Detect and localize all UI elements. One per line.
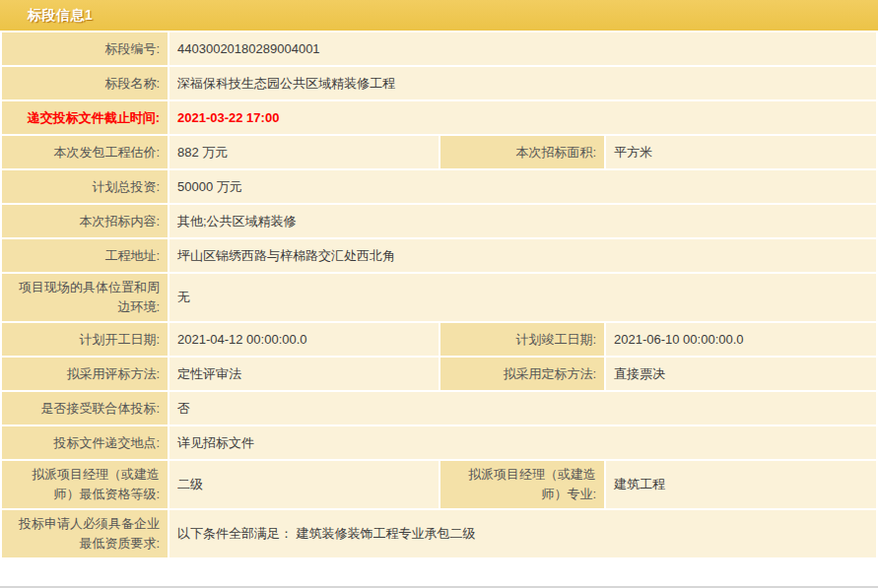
table-row: 本次发包工程估价:882 万元本次招标面积:平方米 [1, 135, 877, 169]
field-label: 计划总投资: [1, 169, 169, 204]
field-value: 直接票决 [605, 357, 877, 391]
table-row: 标段编号:44030020180289004001 [1, 32, 877, 66]
field-label: 项目现场的具体位置和周边环境: [1, 273, 169, 322]
table-row: 计划总投资:50000 万元 [1, 169, 877, 204]
field-value: 平方米 [605, 135, 877, 169]
field-label: 投标申请人必须具备企业最低资质要求: [1, 509, 169, 558]
field-value: 二级 [169, 460, 439, 509]
field-value: 深福保科技生态园公共区域精装修工程 [169, 66, 877, 100]
field-label: 工程地址: [1, 238, 169, 273]
field-label: 递交投标文件截止时间: [1, 100, 169, 135]
table-row: 投标申请人必须具备企业最低资质要求:以下条件全部满足： 建筑装修装饰工程专业承包… [1, 509, 877, 558]
table-row: 标段名称:深福保科技生态园公共区域精装修工程 [1, 66, 877, 100]
table-row: 项目现场的具体位置和周边环境:无 [1, 273, 877, 322]
panel-title: 标段信息1 [0, 0, 878, 31]
field-value: 详见招标文件 [169, 425, 877, 460]
field-value: 坪山区锦绣西路与梓棉路交汇处西北角 [169, 238, 877, 273]
field-value: 2021-06-10 00:00:00.0 [605, 322, 877, 357]
field-value: 以下条件全部满足： 建筑装修装饰工程专业承包二级 [169, 509, 877, 558]
section-info-table: 标段编号:44030020180289004001标段名称:深福保科技生态园公共… [0, 31, 878, 559]
field-label: 本次招标内容: [1, 204, 169, 238]
field-value: 建筑工程 [605, 460, 877, 509]
field-label: 计划竣工日期: [439, 322, 605, 357]
table-row: 投标文件递交地点:详见招标文件 [1, 425, 877, 460]
field-label: 本次发包工程估价: [1, 135, 169, 169]
field-value: 50000 万元 [169, 169, 877, 204]
field-label: 是否接受联合体投标: [1, 391, 169, 425]
field-label: 标段名称: [1, 66, 169, 100]
table-row: 本次招标内容:其他;公共区域精装修 [1, 204, 877, 238]
table-row: 工程地址:坪山区锦绣西路与梓棉路交汇处西北角 [1, 238, 877, 273]
field-label: 拟采用定标方法: [439, 357, 605, 391]
field-label: 标段编号: [1, 32, 169, 66]
field-label: 投标文件递交地点: [1, 425, 169, 460]
field-label: 拟派项目经理（或建造师）专业: [439, 460, 605, 509]
field-label: 本次招标面积: [439, 135, 605, 169]
field-value: 882 万元 [169, 135, 439, 169]
section-info-panel: 标段信息1 标段编号:44030020180289004001标段名称:深福保科… [0, 0, 878, 588]
field-label: 拟采用评标方法: [1, 357, 169, 391]
table-row: 是否接受联合体投标:否 [1, 391, 877, 425]
table-row: 拟派项目经理（或建造师）最低资格等级:二级拟派项目经理（或建造师）专业:建筑工程 [1, 460, 877, 509]
field-label: 拟派项目经理（或建造师）最低资格等级: [1, 460, 169, 509]
field-value: 44030020180289004001 [169, 32, 877, 66]
field-value: 无 [169, 273, 877, 322]
table-row: 递交投标文件截止时间:2021-03-22 17:00 [1, 100, 877, 135]
table-row: 计划开工日期:2021-04-12 00:00:00.0计划竣工日期:2021-… [1, 322, 877, 357]
field-value: 2021-04-12 00:00:00.0 [169, 322, 439, 357]
field-label: 计划开工日期: [1, 322, 169, 357]
field-value: 2021-03-22 17:00 [169, 100, 877, 135]
table-row: 拟采用评标方法:定性评审法拟采用定标方法:直接票决 [1, 357, 877, 391]
field-value: 否 [169, 391, 877, 425]
field-value: 定性评审法 [169, 357, 439, 391]
field-value: 其他;公共区域精装修 [169, 204, 877, 238]
